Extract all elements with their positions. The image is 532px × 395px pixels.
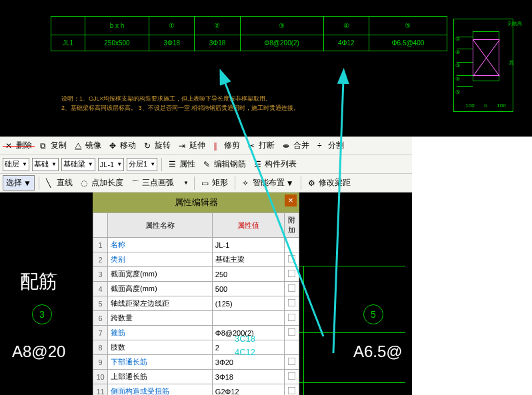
row-value[interactable]: 3Φ18 — [212, 370, 284, 384]
table-row[interactable]: 4截面高度(mm)500 — [93, 282, 299, 296]
cad-h-0 — [51, 17, 85, 35]
copy-button[interactable]: ⧉复制 — [37, 139, 69, 153]
base-dropdown[interactable]: 基础▼ — [32, 158, 59, 171]
property-button[interactable]: ☰属性 — [166, 157, 198, 171]
close-button[interactable]: × — [285, 195, 297, 206]
edit-beam-button[interactable]: ⚙修改梁距 — [305, 176, 353, 190]
attach-checkbox[interactable] — [288, 314, 296, 322]
attach-checkbox[interactable] — [288, 328, 296, 336]
cad-h-3: ② — [195, 17, 240, 35]
row-chk[interactable] — [285, 282, 299, 296]
row-idx: 1 — [93, 238, 108, 252]
cad-r-3: 3Φ18 — [195, 35, 240, 51]
annotation-3c18: 3C18 — [235, 334, 255, 344]
attach-checkbox[interactable] — [288, 358, 296, 366]
cad-drawing-top: b x h ① ② ③ ④ ⑤ JL1 250x500 3Φ18 3Φ18 Φ8… — [0, 0, 532, 137]
row-value[interactable] — [212, 311, 284, 326]
table-row[interactable]: 6跨数量 — [93, 311, 299, 326]
line-icon: ╲ — [46, 179, 55, 188]
point-icon: ◌ — [81, 179, 90, 188]
table-row[interactable]: 7箍筋Φ8@200(2) — [93, 326, 299, 340]
break-button[interactable]: ✂打断 — [245, 139, 277, 153]
row-chk[interactable] — [285, 311, 299, 326]
cad-note-2: 2、基础梁标高同该层标高。 3、不设是否同一室 相邻跨钢筋贯通同时，施工时贯通连… — [61, 104, 299, 113]
chevron-down-icon: ▼ — [183, 180, 189, 186]
row-value[interactable]: 500 — [212, 282, 284, 296]
table-row[interactable]: 1名称JL-1 — [93, 238, 299, 252]
smart-place-button[interactable]: ✧智能布置 ▼ — [239, 176, 297, 190]
select-button[interactable]: 选择 ▼ — [3, 175, 35, 191]
move-button[interactable]: ✥移动 — [107, 139, 139, 153]
floor-dropdown[interactable]: 分层1▼ — [127, 158, 157, 171]
row-name[interactable]: 下部通长筋 — [108, 355, 213, 370]
delete-button[interactable]: ✕删除 — [3, 139, 35, 153]
table-row[interactable]: 11侧面构造或受扭筋G2Φ12 — [93, 384, 299, 396]
three-arc-button[interactable]: ⌒三点画弧 — [129, 176, 177, 190]
close-icon: × — [288, 195, 293, 205]
row-name[interactable]: 跨数量 — [108, 311, 213, 326]
row-chk[interactable] — [285, 326, 299, 340]
row-chk[interactable] — [285, 355, 299, 370]
split-button[interactable]: ÷分割 — [315, 139, 347, 153]
property-table[interactable]: 属性名称 属性值 附加 1名称JL-12类别基础主梁3截面宽度(mm)2504截… — [93, 212, 299, 395]
row-idx: 3 — [93, 267, 108, 282]
table-row[interactable]: 3截面宽度(mm)250 — [93, 267, 299, 282]
row-chk[interactable] — [285, 384, 299, 396]
merge-button[interactable]: ⇼合并 — [280, 139, 312, 153]
comp-list-button[interactable]: ☶构件列表 — [251, 157, 299, 171]
mirror-button[interactable]: ⧋镜像 — [72, 139, 104, 153]
attach-checkbox[interactable] — [288, 372, 296, 380]
trim-button[interactable]: ‖修剪 — [211, 139, 243, 153]
attach-checkbox[interactable] — [288, 299, 296, 307]
table-row[interactable]: 10上部通长筋3Φ18 — [93, 370, 299, 384]
row-value[interactable]: JL-1 — [212, 238, 284, 252]
cad-r-1: 250x500 — [85, 35, 149, 51]
attach-checkbox[interactable] — [288, 284, 296, 292]
attach-checkbox[interactable] — [288, 270, 296, 278]
chevron-down-icon: ▼ — [117, 161, 122, 167]
row-chk[interactable] — [285, 238, 299, 252]
cad-r-2: 3Φ18 — [149, 35, 195, 51]
beam-dropdown[interactable]: 基础梁▼ — [61, 158, 95, 171]
attach-checkbox[interactable] — [288, 255, 296, 263]
table-row[interactable]: 2类别基础主梁 — [93, 252, 299, 267]
row-value[interactable]: (125) — [212, 296, 284, 311]
row-value[interactable]: 基础主梁 — [212, 252, 284, 267]
rect-button[interactable]: ▭矩形 — [199, 176, 231, 190]
attach-checkbox[interactable] — [288, 387, 296, 395]
row-name[interactable]: 肢数 — [108, 340, 213, 355]
row-name[interactable]: 名称 — [108, 238, 213, 252]
line-button[interactable]: ╲直线 — [43, 176, 75, 190]
point-length-button[interactable]: ◌点加长度 — [78, 176, 126, 190]
table-row[interactable]: 8肢数2 — [93, 340, 299, 355]
row-chk[interactable] — [285, 370, 299, 384]
jl-dropdown[interactable]: JL-1▼ — [98, 158, 124, 171]
row-name[interactable]: 箍筋 — [108, 326, 213, 340]
cad-rebar-header: b x h ① ② ③ ④ ⑤ — [51, 17, 447, 35]
row-name[interactable]: 上部通长筋 — [108, 370, 213, 384]
row-name[interactable]: 截面宽度(mm) — [108, 267, 213, 282]
row-value[interactable]: G2Φ12 — [212, 384, 284, 396]
cad-rebar-row: JL1 250x500 3Φ18 3Φ18 Φ8@200(2) 4Φ12 Φ6.… — [51, 35, 447, 51]
bg-label-a65: A6.5@ — [353, 342, 403, 361]
edit-rebar-button[interactable]: ✎编辑钢筋 — [201, 157, 249, 171]
layer-dropdown[interactable]: 础层▼ — [3, 158, 29, 171]
bg-label-a8: A8@20 — [12, 342, 65, 361]
table-row[interactable]: 5轴线距梁左边线距(125) — [93, 296, 299, 311]
rotate-button[interactable]: ↻旋转 — [141, 139, 173, 153]
move-icon: ✥ — [109, 141, 119, 151]
row-name[interactable]: 类别 — [108, 252, 213, 267]
th-attach: 附加 — [285, 213, 299, 238]
row-name[interactable]: 轴线距梁左边线距 — [108, 296, 213, 311]
draw-more-dropdown[interactable]: ▼ — [179, 177, 190, 190]
row-name[interactable]: 截面高度(mm) — [108, 282, 213, 296]
row-chk[interactable] — [285, 340, 299, 355]
row-chk[interactable] — [285, 296, 299, 311]
extend-button[interactable]: ⇥延伸 — [176, 139, 208, 153]
delete-icon: ✕ — [5, 141, 15, 151]
row-chk[interactable] — [285, 252, 299, 267]
row-name[interactable]: 侧面构造或受扭筋 — [108, 384, 213, 396]
table-row[interactable]: 9下部通长筋3Φ20 — [93, 355, 299, 370]
row-chk[interactable] — [285, 267, 299, 282]
row-value[interactable]: 250 — [212, 267, 284, 282]
